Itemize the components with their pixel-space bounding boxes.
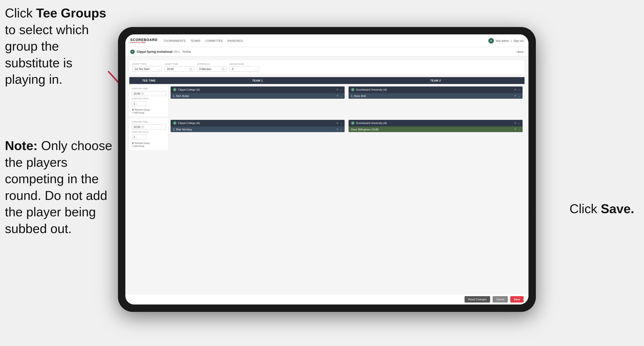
nav-links: TOURNAMENTS TEAMS COMMITTEE RANKINGS	[164, 38, 488, 43]
remove-group-1[interactable]: 🗑 Remove Group	[132, 108, 166, 111]
team2-header-1: S Scoreboard University (A) ✕ ⌄	[348, 86, 522, 93]
tee-group-1: STARTING TIME: 10:00 🕐 STARTING HOLE: 1 …	[129, 85, 524, 116]
team2-card-1: S Scoreboard University (A) ✕ ⌄ 1. Rees …	[348, 86, 522, 99]
reset-button[interactable]: Reset Changes	[464, 296, 490, 303]
team2-player-1-1: 1. Rees Britt ✕ ⌄	[348, 93, 522, 99]
team1-card-1: C Clippd College (A) ✕ ⌄ 1. Rich Butler …	[170, 86, 344, 99]
breadcrumb-gender: (Men)	[174, 50, 180, 53]
team2-chevron-1[interactable]: ⌄	[518, 88, 520, 91]
breadcrumb-icon: B	[130, 50, 135, 54]
intervals-label: Intervals	[197, 63, 227, 65]
navbar: SCOREBOARD Powered by clippd TOURNAMENTS…	[125, 34, 528, 47]
team1-name-1: Clippd College (A)	[178, 88, 335, 91]
starting-hole-input-1[interactable]: 1 ⌄	[132, 101, 146, 106]
intervals-group: Intervals 5 Minutes 🕐	[197, 63, 227, 72]
start-time-input[interactable]: 10:00 🕐	[165, 66, 194, 72]
starting-time-input-1[interactable]: 10:00 🕐	[132, 91, 166, 96]
nav-committee[interactable]: COMMITTEE	[206, 38, 223, 43]
team2-name-1: Scoreboard University (A)	[356, 88, 513, 91]
team2-close-1[interactable]: ✕	[514, 88, 516, 91]
group-size-chevron: ⌄	[255, 68, 257, 70]
team2-chevron-2[interactable]: ⌄	[518, 122, 520, 125]
team1-icon-2: C	[173, 121, 176, 125]
team1-card-2: C Clippd College (A) ✕ ⌄ 2. Blair McHarg…	[170, 120, 344, 132]
team2-name-2: Scoreboard University (A)	[356, 122, 513, 124]
player-chevron-1-2[interactable]: ⌄	[340, 128, 342, 131]
starting-hole-label-1: STARTING HOLE:	[132, 97, 166, 100]
hole-spinner-2: ⌄	[136, 136, 138, 138]
team1-actions-2: ✕ ⌄	[336, 122, 342, 125]
breadcrumb-title: Clippd Spring Invitational	[137, 50, 172, 53]
nav-separator: |	[511, 39, 512, 42]
cancel-button[interactable]: Cancel	[492, 296, 508, 303]
team1-name-2: Clippd College (A)	[178, 122, 335, 124]
trash-icon-2: 🗑	[132, 142, 134, 144]
start-time-icon: 🕐	[189, 68, 192, 70]
player-close-sub-2[interactable]: ✕	[514, 128, 516, 131]
table-header-row: Tee Time Team 1 Team 2	[129, 77, 524, 84]
group-actions-1: 🗑 Remove Group + Add Group	[132, 108, 166, 114]
team2-close-2[interactable]: ✕	[514, 122, 516, 125]
trash-icon-1: 🗑	[132, 108, 134, 111]
nav-teams[interactable]: TEAMS	[190, 38, 200, 43]
click-save-instruction: Click Save.	[570, 201, 634, 216]
logo-powered: Powered by clippd	[130, 41, 158, 43]
tee-time-col-1: STARTING TIME: 10:00 🕐 STARTING HOLE: 1 …	[129, 85, 168, 116]
team2-icon-1: S	[351, 88, 354, 91]
nav-rankings[interactable]: RANKINGS	[228, 38, 242, 43]
footer-bar: Reset Changes Cancel Save	[125, 294, 528, 305]
group-actions-2: 🗑 Remove Group + Add Group	[132, 142, 166, 147]
tee-group-2: STARTING TIME: 10:05 🕐 STARTING HOLE: 1 …	[129, 118, 524, 150]
player-chevron-2-1[interactable]: ⌄	[518, 94, 520, 97]
team2-player-sub-2: Dave Billingham (SUB) ✕ ⌄	[348, 126, 522, 132]
player-chevron-1-1[interactable]: ⌄	[340, 94, 342, 97]
remove-group-2[interactable]: 🗑 Remove Group	[132, 142, 166, 144]
start-time-label: Start Time	[165, 63, 194, 65]
intervals-input[interactable]: 5 Minutes 🕐	[197, 66, 227, 72]
group-size-input[interactable]: 2 ⌄	[230, 66, 259, 72]
player-close-2-1[interactable]: ✕	[514, 94, 516, 97]
team1-header-2: C Clippd College (A) ✕ ⌄	[170, 120, 344, 126]
starting-hole-label-2: STARTING HOLE:	[132, 131, 166, 133]
team2-header-2: S Scoreboard University (A) ✕ ⌄	[348, 120, 522, 126]
starting-hole-input-2[interactable]: 1 ⌄	[132, 135, 146, 139]
player-close-1-2[interactable]: ✕	[336, 128, 338, 131]
team2-col-1: S Scoreboard University (A) ✕ ⌄ 1. Rees …	[346, 85, 524, 116]
team2-actions-2: ✕ ⌄	[514, 122, 520, 125]
team2-actions-1: ✕ ⌄	[514, 88, 520, 91]
team2-col-2: S Scoreboard University (A) ✕ ⌄ Dave Bil…	[346, 118, 524, 150]
player-chevron-sub-2[interactable]: ⌄	[518, 128, 520, 131]
breadcrumb-bar: B Clippd Spring Invitational (Men) Hosti…	[125, 47, 528, 56]
starting-time-input-2[interactable]: 10:05 🕐	[132, 124, 166, 129]
header-team2: Team 2	[346, 77, 524, 84]
start-type-input[interactable]: 1st Tee Start ⌄	[132, 66, 162, 72]
team1-player-1-2: 2. Blair McHarg ✕ ⌄	[170, 126, 344, 132]
team1-col-1: C Clippd College (A) ✕ ⌄ 1. Rich Butler …	[168, 85, 346, 116]
start-type-group: Start Type 1st Tee Start ⌄	[132, 63, 162, 72]
time-spinner-1: 🕐	[141, 92, 144, 95]
team1-actions-1: ✕ ⌄	[336, 88, 342, 91]
player-close-1-1[interactable]: ✕	[336, 94, 338, 97]
start-time-group: Start Time 10:00 🕐	[165, 63, 194, 72]
user-name: blair admin	[496, 39, 509, 42]
team1-close-2[interactable]: ✕	[336, 122, 338, 125]
add-group-1[interactable]: + Add Group	[132, 111, 166, 114]
tee-time-col-2: STARTING TIME: 10:05 🕐 STARTING HOLE: 1 …	[129, 118, 168, 150]
player-name-1-2: 2. Blair McHarg	[173, 128, 335, 131]
hole-spinner-1: ⌄	[136, 102, 138, 105]
nav-tournaments[interactable]: TOURNAMENTS	[164, 38, 186, 43]
header-tee-time: Tee Time	[129, 77, 168, 84]
save-button[interactable]: Save	[510, 296, 524, 303]
starting-time-label-1: STARTING TIME:	[132, 87, 166, 90]
top-instruction: Click Tee Groups to select which group t…	[5, 5, 113, 88]
sign-out-link[interactable]: Sign out	[514, 39, 524, 42]
team1-close-1[interactable]: ✕	[336, 88, 338, 91]
team1-col-2: C Clippd College (A) ✕ ⌄ 2. Blair McHarg…	[168, 118, 346, 150]
team1-chevron-1[interactable]: ⌄	[340, 88, 342, 91]
add-group-2[interactable]: + Add Group	[132, 145, 166, 147]
back-button[interactable]: ‹ Back	[516, 50, 524, 53]
player-name-2-1: 1. Rees Britt	[351, 94, 513, 97]
start-type-chevron: ⌄	[158, 68, 160, 70]
settings-row: Start Type 1st Tee Start ⌄ Start Time 10…	[129, 60, 524, 74]
team1-chevron-2[interactable]: ⌄	[340, 122, 342, 125]
